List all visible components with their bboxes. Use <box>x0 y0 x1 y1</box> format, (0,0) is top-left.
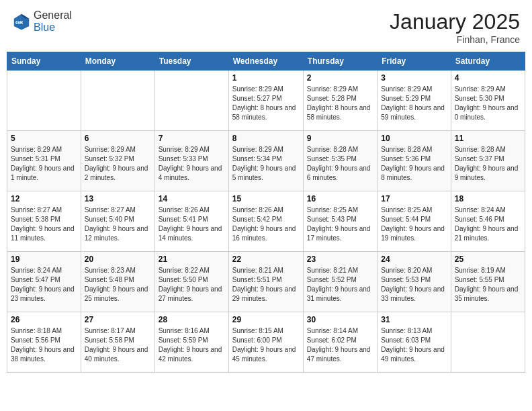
day-info: Sunrise: 8:17 AMSunset: 5:58 PMDaylight:… <box>85 326 151 364</box>
calendar-cell: 5Sunrise: 8:29 AMSunset: 5:31 PMDaylight… <box>7 131 81 191</box>
calendar-cell: 10Sunrise: 8:28 AMSunset: 5:36 PMDayligh… <box>378 131 451 191</box>
day-number: 9 <box>307 134 373 143</box>
calendar-cell: 28Sunrise: 8:16 AMSunset: 5:59 PMDayligh… <box>154 312 228 373</box>
day-info: Sunrise: 8:22 AMSunset: 5:50 PMDaylight:… <box>159 266 225 304</box>
calendar-cell: 12Sunrise: 8:27 AMSunset: 5:38 PMDayligh… <box>7 191 81 252</box>
calendar-cell: 22Sunrise: 8:21 AMSunset: 5:51 PMDayligh… <box>228 252 303 312</box>
day-info: Sunrise: 8:26 AMSunset: 5:42 PMDaylight:… <box>232 205 300 243</box>
calendar-cell: 20Sunrise: 8:23 AMSunset: 5:48 PMDayligh… <box>81 252 154 312</box>
day-number: 6 <box>85 134 151 143</box>
calendar-cell: 13Sunrise: 8:27 AMSunset: 5:40 PMDayligh… <box>81 191 154 252</box>
calendar-cell: 25Sunrise: 8:19 AMSunset: 5:55 PMDayligh… <box>451 252 525 312</box>
day-info: Sunrise: 8:21 AMSunset: 5:52 PMDaylight:… <box>307 266 373 304</box>
day-number: 12 <box>11 194 77 203</box>
day-number: 20 <box>85 255 151 264</box>
calendar-header: SundayMondayTuesdayWednesdayThursdayFrid… <box>7 52 525 71</box>
day-number: 7 <box>159 134 225 143</box>
day-info: Sunrise: 8:25 AMSunset: 5:43 PMDaylight:… <box>307 205 373 243</box>
day-number: 26 <box>11 315 77 324</box>
day-number: 8 <box>232 134 300 143</box>
day-number: 3 <box>381 73 447 83</box>
day-info: Sunrise: 8:29 AMSunset: 5:33 PMDaylight:… <box>159 145 225 183</box>
day-info: Sunrise: 8:27 AMSunset: 5:38 PMDaylight:… <box>11 205 77 243</box>
day-number: 16 <box>307 194 373 203</box>
day-number: 19 <box>11 255 77 264</box>
day-info: Sunrise: 8:27 AMSunset: 5:40 PMDaylight:… <box>85 205 151 243</box>
col-header-tuesday: Tuesday <box>154 52 228 71</box>
day-number: 31 <box>381 315 447 324</box>
day-info: Sunrise: 8:24 AMSunset: 5:46 PMDaylight:… <box>455 205 521 243</box>
calendar-cell: 26Sunrise: 8:18 AMSunset: 5:56 PMDayligh… <box>7 312 81 373</box>
day-number: 1 <box>232 73 300 83</box>
day-number: 10 <box>381 134 447 143</box>
col-header-monday: Monday <box>81 52 154 71</box>
day-number: 15 <box>232 194 300 203</box>
calendar-cell: 16Sunrise: 8:25 AMSunset: 5:43 PMDayligh… <box>303 191 377 252</box>
day-info: Sunrise: 8:24 AMSunset: 5:47 PMDaylight:… <box>11 266 77 304</box>
day-info: Sunrise: 8:25 AMSunset: 5:44 PMDaylight:… <box>381 205 447 243</box>
day-info: Sunrise: 8:20 AMSunset: 5:53 PMDaylight:… <box>381 266 447 304</box>
day-number: 14 <box>159 194 225 203</box>
logo-blue-text: Blue <box>34 21 55 33</box>
calendar-cell: 30Sunrise: 8:14 AMSunset: 6:02 PMDayligh… <box>303 312 377 373</box>
calendar-table: SundayMondayTuesdayWednesdayThursdayFrid… <box>7 52 525 373</box>
day-info: Sunrise: 8:29 AMSunset: 5:30 PMDaylight:… <box>455 85 521 122</box>
logo-icon: GB <box>12 12 31 31</box>
svg-text:GB: GB <box>15 19 24 26</box>
col-header-wednesday: Wednesday <box>228 52 303 71</box>
day-number: 22 <box>232 255 300 264</box>
day-number: 13 <box>85 194 151 203</box>
day-info: Sunrise: 8:21 AMSunset: 5:51 PMDaylight:… <box>232 266 300 304</box>
col-header-saturday: Saturday <box>451 52 525 71</box>
day-info: Sunrise: 8:16 AMSunset: 5:59 PMDaylight:… <box>159 326 225 364</box>
day-number: 27 <box>85 315 151 324</box>
day-info: Sunrise: 8:29 AMSunset: 5:29 PMDaylight:… <box>381 85 447 122</box>
calendar-body: 1Sunrise: 8:29 AMSunset: 5:27 PMDaylight… <box>7 71 525 373</box>
calendar-cell: 11Sunrise: 8:28 AMSunset: 5:37 PMDayligh… <box>451 131 525 191</box>
calendar-cell <box>81 71 154 131</box>
calendar-cell: 3Sunrise: 8:29 AMSunset: 5:29 PMDaylight… <box>378 71 451 131</box>
calendar-cell: 21Sunrise: 8:22 AMSunset: 5:50 PMDayligh… <box>154 252 228 312</box>
day-number: 21 <box>159 255 225 264</box>
day-info: Sunrise: 8:29 AMSunset: 5:31 PMDaylight:… <box>11 145 77 183</box>
day-info: Sunrise: 8:19 AMSunset: 5:55 PMDaylight:… <box>455 266 521 304</box>
week-row-5: 26Sunrise: 8:18 AMSunset: 5:56 PMDayligh… <box>7 312 525 373</box>
day-info: Sunrise: 8:13 AMSunset: 6:03 PMDaylight:… <box>381 326 447 364</box>
calendar-cell <box>7 71 81 131</box>
logo: GB General Blue <box>12 9 72 34</box>
calendar-cell: 9Sunrise: 8:28 AMSunset: 5:35 PMDaylight… <box>303 131 377 191</box>
calendar-cell: 7Sunrise: 8:29 AMSunset: 5:33 PMDaylight… <box>154 131 228 191</box>
calendar-cell: 31Sunrise: 8:13 AMSunset: 6:03 PMDayligh… <box>378 312 451 373</box>
day-info: Sunrise: 8:14 AMSunset: 6:02 PMDaylight:… <box>307 326 373 364</box>
day-number: 2 <box>307 73 373 83</box>
day-info: Sunrise: 8:28 AMSunset: 5:37 PMDaylight:… <box>455 145 521 183</box>
title-block: January 2025 Finhan, France <box>390 9 520 45</box>
day-info: Sunrise: 8:29 AMSunset: 5:27 PMDaylight:… <box>232 85 300 122</box>
week-row-1: 1Sunrise: 8:29 AMSunset: 5:27 PMDaylight… <box>7 71 525 131</box>
calendar-cell <box>451 312 525 373</box>
calendar-cell: 29Sunrise: 8:15 AMSunset: 6:00 PMDayligh… <box>228 312 303 373</box>
week-row-2: 5Sunrise: 8:29 AMSunset: 5:31 PMDaylight… <box>7 131 525 191</box>
day-info: Sunrise: 8:29 AMSunset: 5:32 PMDaylight:… <box>85 145 151 183</box>
day-info: Sunrise: 8:15 AMSunset: 6:00 PMDaylight:… <box>232 326 300 364</box>
calendar-cell: 6Sunrise: 8:29 AMSunset: 5:32 PMDaylight… <box>81 131 154 191</box>
week-row-3: 12Sunrise: 8:27 AMSunset: 5:38 PMDayligh… <box>7 191 525 252</box>
day-number: 18 <box>455 194 521 203</box>
day-info: Sunrise: 8:23 AMSunset: 5:48 PMDaylight:… <box>85 266 151 304</box>
header-row: SundayMondayTuesdayWednesdayThursdayFrid… <box>7 52 525 71</box>
month-title: January 2025 <box>390 9 520 34</box>
logo-text: General Blue <box>34 9 72 34</box>
calendar-cell: 2Sunrise: 8:29 AMSunset: 5:28 PMDaylight… <box>303 71 377 131</box>
day-number: 25 <box>455 255 521 264</box>
day-number: 4 <box>455 73 521 83</box>
page-header: GB General Blue January 2025 Finhan, Fra… <box>7 7 525 48</box>
week-row-4: 19Sunrise: 8:24 AMSunset: 5:47 PMDayligh… <box>7 252 525 312</box>
day-info: Sunrise: 8:18 AMSunset: 5:56 PMDaylight:… <box>11 326 77 364</box>
calendar-cell <box>154 71 228 131</box>
logo-general-text: General <box>34 9 72 21</box>
calendar-cell: 19Sunrise: 8:24 AMSunset: 5:47 PMDayligh… <box>7 252 81 312</box>
calendar-cell: 1Sunrise: 8:29 AMSunset: 5:27 PMDaylight… <box>228 71 303 131</box>
calendar-cell: 4Sunrise: 8:29 AMSunset: 5:30 PMDaylight… <box>451 71 525 131</box>
day-info: Sunrise: 8:28 AMSunset: 5:36 PMDaylight:… <box>381 145 447 183</box>
day-number: 28 <box>159 315 225 324</box>
